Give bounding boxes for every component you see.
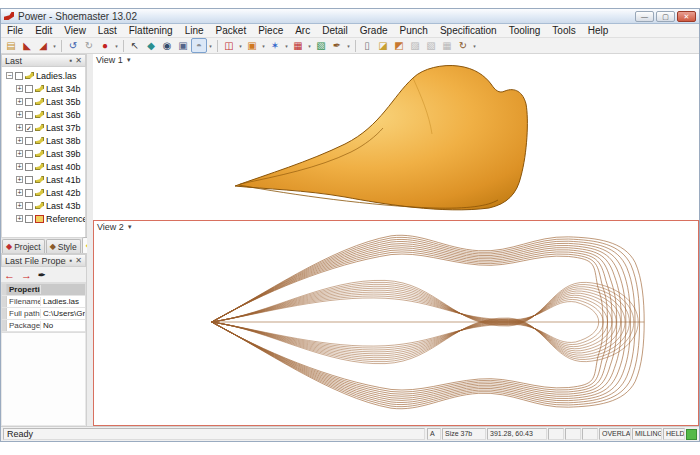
- pin-icon[interactable]: ▪: [69, 56, 72, 65]
- expand-icon[interactable]: +: [16, 150, 23, 157]
- snapshot-icon[interactable]: ✒: [38, 268, 46, 282]
- last-3d-model[interactable]: [93, 54, 699, 220]
- property-row[interactable]: Full pathC:\Users\Graham: [2, 308, 85, 320]
- eraser-button[interactable]: ◓: [191, 38, 207, 53]
- menu-item-tools[interactable]: Tools: [546, 25, 581, 36]
- toolbar-dropdown-icon[interactable]: ▾: [471, 43, 478, 49]
- tree-item-last-35b[interactable]: +Last 35b: [2, 95, 85, 108]
- toolbar-dropdown-icon[interactable]: ▾: [237, 43, 244, 49]
- toolbar-dropdown-icon[interactable]: ▾: [207, 43, 214, 49]
- pin-icon[interactable]: ▪: [69, 256, 72, 265]
- expand-icon[interactable]: +: [16, 85, 23, 92]
- menu-item-last[interactable]: Last: [92, 25, 123, 36]
- view-dropdown-icon[interactable]: ▼: [126, 57, 132, 63]
- tree-item-last-39b[interactable]: +Last 39b: [2, 147, 85, 160]
- toolbar-dropdown-icon[interactable]: ▾: [51, 43, 58, 49]
- select-cursor-button[interactable]: ↖: [127, 38, 143, 53]
- tree-item-last-34b[interactable]: +Last 34b: [2, 82, 85, 95]
- open-file-button[interactable]: ▤: [3, 38, 19, 53]
- expand-icon[interactable]: +: [16, 137, 23, 144]
- next-size-button[interactable]: →: [21, 268, 32, 282]
- checkbox[interactable]: [25, 98, 33, 106]
- close-button[interactable]: ✕: [677, 11, 696, 22]
- view-layout-button[interactable]: ◫: [221, 38, 237, 53]
- tree-item-last-43b[interactable]: +Last 43b: [2, 199, 85, 212]
- expand-icon[interactable]: +: [16, 215, 23, 222]
- flatten-whole-button[interactable]: ◪: [375, 38, 391, 53]
- flatten-shell-button[interactable]: ▦: [439, 38, 455, 53]
- menu-item-detail[interactable]: Detail: [316, 25, 354, 36]
- menu-item-grade[interactable]: Grade: [354, 25, 394, 36]
- redo-button[interactable]: ↻: [81, 38, 97, 53]
- checkbox[interactable]: [25, 176, 33, 184]
- minimize-button[interactable]: —: [635, 11, 654, 22]
- tree-item-last-37b[interactable]: +✓Last 37b: [2, 121, 85, 134]
- menu-item-arc[interactable]: Arc: [289, 25, 316, 36]
- texture-button[interactable]: ▧: [313, 38, 329, 53]
- checkbox[interactable]: [25, 215, 33, 223]
- checkbox[interactable]: [25, 150, 33, 158]
- rotate-3d-button[interactable]: ↻: [455, 38, 471, 53]
- menu-item-specification[interactable]: Specification: [434, 25, 503, 36]
- tree-item-reference-points[interactable]: +Reference points: [2, 212, 85, 225]
- menu-item-help[interactable]: Help: [582, 25, 615, 36]
- image-frame-button[interactable]: ▦: [290, 38, 306, 53]
- view-dropdown-icon[interactable]: ▼: [127, 224, 133, 230]
- flatten-piece-button[interactable]: ▧: [423, 38, 439, 53]
- tree-item-last-36b[interactable]: +Last 36b: [2, 108, 85, 121]
- menu-item-piece[interactable]: Piece: [252, 25, 289, 36]
- tree-item-last-41b[interactable]: +Last 41b: [2, 173, 85, 186]
- checkbox[interactable]: [25, 163, 33, 171]
- property-row[interactable]: PackagedNo: [2, 320, 85, 332]
- menu-item-edit[interactable]: Edit: [29, 25, 58, 36]
- close-panel-icon[interactable]: ✕: [75, 256, 82, 265]
- expand-icon[interactable]: +: [16, 189, 23, 196]
- zoom-tool-button[interactable]: ◉: [159, 38, 175, 53]
- expand-icon[interactable]: +: [16, 163, 23, 170]
- tab-project[interactable]: ◆Project: [2, 239, 45, 253]
- property-row[interactable]: FilenameLadies.las: [2, 296, 85, 308]
- checkbox[interactable]: ✓: [25, 124, 33, 132]
- tree-item-last-40b[interactable]: +Last 40b: [2, 160, 85, 173]
- expand-icon[interactable]: +: [16, 202, 23, 209]
- toolbar-dropdown-icon[interactable]: ▾: [306, 43, 313, 49]
- import-last-button[interactable]: ◣: [19, 38, 35, 53]
- toolbar-dropdown-icon[interactable]: ▾: [113, 43, 120, 49]
- expand-icon[interactable]: +: [16, 124, 23, 131]
- menu-item-flattening[interactable]: Flattening: [123, 25, 179, 36]
- window-2d-button[interactable]: ▣: [244, 38, 260, 53]
- tab-style[interactable]: ◆Style: [46, 239, 81, 253]
- restore-button[interactable]: ▢: [656, 11, 675, 22]
- menu-item-punch[interactable]: Punch: [394, 25, 434, 36]
- checkbox[interactable]: [25, 111, 33, 119]
- fit-view-button[interactable]: ✶: [267, 38, 283, 53]
- new-sheet-button[interactable]: ▯: [359, 38, 375, 53]
- menu-item-line[interactable]: Line: [179, 25, 210, 36]
- flatten-quarter-button[interactable]: ▨: [407, 38, 423, 53]
- snap-point-button[interactable]: ◆: [143, 38, 159, 53]
- expand-icon[interactable]: +: [16, 98, 23, 105]
- checkbox[interactable]: [25, 85, 33, 93]
- menu-item-file[interactable]: File: [1, 25, 29, 36]
- knife-tool-button[interactable]: ✒: [329, 38, 345, 53]
- toolbar-dropdown-icon[interactable]: ▾: [283, 43, 290, 49]
- record-button[interactable]: ●: [97, 38, 113, 53]
- expand-icon[interactable]: +: [16, 111, 23, 118]
- toolbar-dropdown-icon[interactable]: ▾: [345, 43, 352, 49]
- checkbox[interactable]: [25, 137, 33, 145]
- prev-size-button[interactable]: ←: [4, 268, 15, 282]
- menu-item-tooling[interactable]: Tooling: [503, 25, 547, 36]
- checkbox[interactable]: [15, 72, 23, 80]
- view-1[interactable]: View 1 ▼: [93, 54, 699, 220]
- close-panel-icon[interactable]: ✕: [75, 56, 82, 65]
- pan-view-button[interactable]: ▣: [175, 38, 191, 53]
- expand-icon[interactable]: −: [6, 72, 13, 79]
- view-2[interactable]: View 2 ▼: [93, 220, 699, 426]
- undo-button[interactable]: ↺: [65, 38, 81, 53]
- tree-item-last-42b[interactable]: +Last 42b: [2, 186, 85, 199]
- tree-item-root[interactable]: −Ladies.las: [2, 69, 85, 82]
- tree-item-last-38b[interactable]: +Last 38b: [2, 134, 85, 147]
- menu-item-packet[interactable]: Packet: [210, 25, 253, 36]
- checkbox[interactable]: [25, 189, 33, 197]
- expand-icon[interactable]: +: [16, 176, 23, 183]
